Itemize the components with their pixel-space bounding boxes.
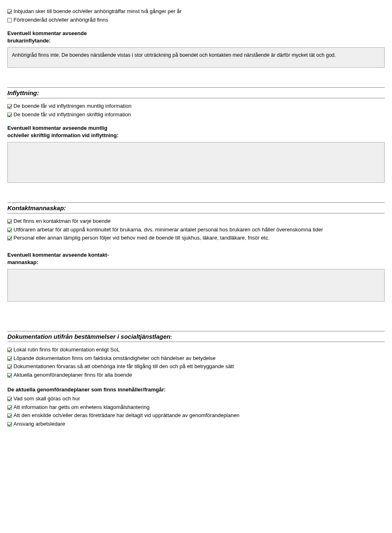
checkbox-row: Ansvarig arbetsledare: [7, 420, 385, 428]
checkbox-label: Förtroenderåd och/eller anhörigråd finns: [13, 17, 108, 23]
section-title: Dokumentation utifrån bestämmelser i soc…: [7, 333, 385, 342]
checkbox-label: Att den enskilde och/eller deras företrä…: [13, 412, 240, 418]
checkbox-icon[interactable]: [7, 113, 12, 117]
checkbox-row: Det finns en kontaktman för varje boende: [7, 218, 385, 225]
checkbox-label: Ansvarig arbetsledare: [13, 421, 65, 427]
section-divider: [7, 98, 385, 98]
checkbox-row: Löpande dokumentation finns om faktiska …: [7, 355, 385, 362]
checkbox-row: Inbjudan sker till boende och/eller anhö…: [7, 8, 385, 15]
comment-label-line: Eventuell kommentar avseende muntlig: [7, 125, 107, 131]
checkbox-label: Utföraren arbetar för att uppnå kontinui…: [13, 227, 323, 233]
checkbox-icon[interactable]: [7, 219, 12, 224]
checkbox-group: Det finns en kontaktman för varje boende…: [7, 218, 385, 242]
checkbox-label: Inbjudan sker till boende och/eller anhö…: [13, 8, 182, 14]
checkbox-label: Personal eller annan lämplig person följ…: [13, 235, 270, 241]
checkbox-row: Förtroenderåd och/eller anhörigråd finns: [7, 16, 385, 24]
comment-label-line: brukarinflytande:: [7, 38, 51, 44]
section-divider: [7, 213, 385, 213]
checkbox-icon[interactable]: [7, 364, 12, 369]
checkbox-row: Utföraren arbetar för att uppnå kontinui…: [7, 226, 385, 233]
checkbox-icon[interactable]: [7, 9, 12, 14]
section-divider: [7, 87, 385, 88]
checkbox-icon[interactable]: [7, 405, 12, 410]
spacer: [7, 302, 385, 319]
section-kontaktmannaskap: Kontaktmannaskap: Det finns en kontaktma…: [7, 202, 385, 302]
checkbox-row: Lokal rutin finns för dokumentation enli…: [7, 346, 385, 353]
comment-label: Eventuell kommentar avseende brukarinfly…: [7, 30, 385, 44]
checkbox-label: Aktuella genomförandeplaner finns för al…: [13, 372, 132, 378]
comment-label-line: Eventuell kommentar avseende: [7, 30, 87, 36]
section-divider: [7, 331, 385, 331]
comment-box: Anhörigråd finns inte. De boendes närstå…: [7, 47, 385, 68]
checkbox-row: De boende får vid inflyttningen skriftli…: [7, 111, 385, 118]
checkbox-icon[interactable]: [7, 236, 12, 240]
checkbox-label: Att information har getts om enhetens kl…: [13, 404, 149, 410]
comment-label-line: Eventuell kommentar avseende kontakt-: [7, 252, 109, 258]
section-dokumentation: Dokumentation utifrån bestämmelser i soc…: [7, 331, 385, 427]
checkbox-label: Dokumentationen förvaras så att obehörig…: [13, 363, 234, 369]
checkbox-group: De boende får vid inflyttningen muntlig …: [7, 102, 385, 118]
comment-label-line: mannaskap:: [7, 259, 38, 265]
comment-label-line: och/eller skriftlig information vid infl…: [7, 132, 118, 138]
checkbox-row: Att den enskilde och/eller deras företrä…: [7, 412, 385, 419]
section-divider: [7, 202, 385, 203]
checkbox-icon[interactable]: [7, 228, 12, 232]
checkbox-row: Aktuella genomförandeplaner finns för al…: [7, 371, 385, 379]
checkbox-label: De boende får vid inflyttningen skriftli…: [13, 111, 131, 118]
section-title: Inflyttning:: [7, 89, 385, 98]
checkbox-group: Vad som skall göras och hur Att informat…: [7, 395, 385, 427]
comment-label: Eventuell kommentar avseende muntlig och…: [7, 124, 385, 139]
checkbox-label: Vad som skall göras och hur: [13, 395, 80, 402]
section-title-tail: :: [170, 334, 172, 340]
checkbox-label: Det finns en kontaktman för varje boende: [13, 218, 111, 224]
checkbox-label: De boende får vid inflyttningen muntlig …: [13, 103, 131, 109]
checkbox-label: Löpande dokumentation finns om faktiska …: [13, 355, 216, 361]
checkbox-icon[interactable]: [7, 422, 12, 426]
checkbox-icon[interactable]: [7, 397, 12, 401]
section-title-text: Dokumentation utifrån bestämmelser i soc…: [7, 333, 170, 340]
comment-box: [7, 269, 385, 302]
checkbox-icon[interactable]: [7, 18, 12, 22]
checkbox-group: Lokal rutin finns för dokumentation enli…: [7, 346, 385, 378]
checkbox-row: Att information har getts om enhetens kl…: [7, 404, 385, 411]
checkbox-row: De boende får vid inflyttningen muntlig …: [7, 102, 385, 110]
section-title: Kontaktmannaskap:: [7, 204, 385, 213]
comment-label: Eventuell kommentar avseende kontakt- ma…: [7, 251, 385, 266]
checkbox-icon[interactable]: [7, 373, 12, 378]
checkbox-icon[interactable]: [7, 356, 12, 361]
checkbox-row: Personal eller annan lämplig person följ…: [7, 234, 385, 242]
checkbox-icon[interactable]: [7, 348, 12, 352]
checkbox-icon[interactable]: [7, 104, 12, 109]
section-inflyttning: Inflyttning: De boende får vid inflyttni…: [7, 87, 385, 183]
checkbox-row: Dokumentationen förvaras så att obehörig…: [7, 363, 385, 370]
section-divider: [7, 342, 385, 342]
checkbox-icon[interactable]: [7, 413, 12, 418]
comment-box: [7, 142, 385, 183]
top-checkbox-group: Inbjudan sker till boende och/eller anhö…: [7, 8, 385, 23]
checkbox-row: Vad som skall göras och hur: [7, 395, 385, 402]
subheading: De aktuella genomförandeplaner som finns…: [7, 386, 385, 393]
checkbox-label: Lokal rutin finns för dokumentation enli…: [13, 346, 120, 353]
comment-text: Anhörigråd finns inte. De boendes närstå…: [12, 52, 336, 58]
document-page: Inbjudan sker till boende och/eller anhö…: [0, 0, 392, 445]
